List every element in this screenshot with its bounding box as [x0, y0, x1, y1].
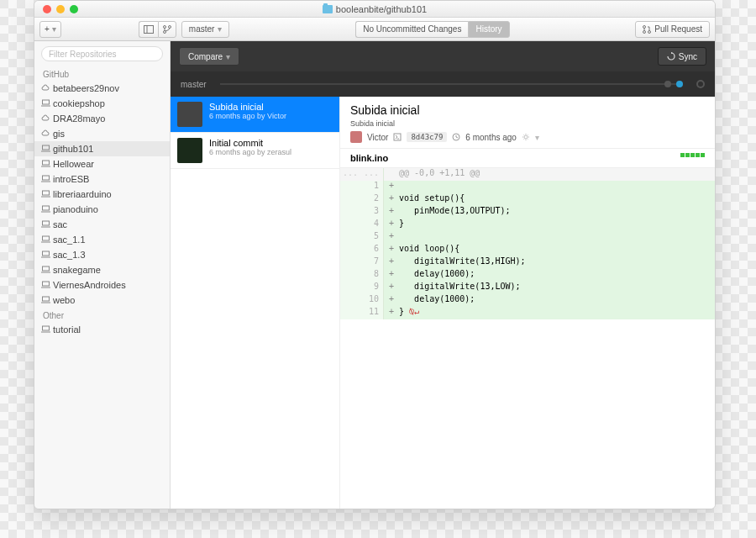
diff-stat-icon [680, 153, 705, 163]
sidebar-repo-item[interactable]: cookiepshop [34, 96, 170, 111]
window-title: booleanbite/github101 [336, 4, 427, 14]
laptop-icon [41, 160, 50, 168]
sidebar-repo-item[interactable]: Hellowear [34, 156, 170, 171]
diff-line: 5+ [340, 231, 715, 244]
sidebar-item-label: betabeers29nov [53, 83, 119, 93]
sidebar-repo-item[interactable]: github101 [34, 141, 170, 156]
compare-button[interactable]: Compare▾ [179, 47, 239, 66]
sidebar-item-label: ViernesAndroides [53, 280, 126, 290]
laptop-icon [41, 251, 50, 259]
svg-rect-0 [144, 25, 153, 33]
timeline-head-marker[interactable] [676, 81, 683, 87]
sidebar-item-label: introESB [53, 174, 89, 184]
laptop-icon [41, 235, 50, 244]
history-tab[interactable]: History [468, 21, 509, 38]
svg-rect-10 [43, 161, 50, 165]
diff-line: 3+ pinMode(13,OUTPUT); [340, 206, 715, 219]
diff-hunk-header: ...... @@ -0,0 +1,11 @@ [340, 168, 715, 181]
branch-icon [163, 25, 171, 34]
filter-repositories-input[interactable]: Filter Repositories [41, 46, 163, 61]
laptop-icon [41, 190, 50, 198]
commit-sha[interactable]: 8d43c79 [407, 132, 447, 142]
svg-rect-17 [43, 266, 50, 271]
toolbar: +▾ master▾ No Uncommitted Changes Histor… [34, 18, 715, 41]
cloud-icon [41, 129, 50, 138]
sync-button[interactable]: Sync [658, 47, 706, 66]
branch-toggle-button[interactable] [158, 21, 176, 38]
folder-icon [323, 5, 333, 13]
sidebar-repo-item[interactable]: sac_1.3 [34, 247, 170, 262]
diff-line: 2+ void setup(){ [340, 193, 715, 206]
diff-line: 9+ digitalWrite(13,LOW); [340, 282, 715, 294]
sidebar-repo-item[interactable]: libreriaarduino [34, 187, 170, 202]
sidebar-repo-item[interactable]: gis [34, 126, 170, 141]
sidebar-item-label: sac_1.3 [53, 250, 86, 260]
file-header[interactable]: blink.ino [340, 149, 715, 168]
app-window: booleanbite/github101 +▾ master▾ No Unco… [34, 0, 716, 509]
sidebar-item-label: webo [53, 295, 75, 305]
sidebar-repo-item[interactable]: sac_1.1 [34, 232, 170, 247]
laptop-icon [41, 266, 50, 274]
sidebar-item-label: libreriaarduino [53, 189, 112, 199]
laptop-icon [41, 175, 50, 183]
branch-timeline: master [171, 71, 715, 97]
timeline-track[interactable] [220, 83, 683, 85]
pull-request-button[interactable]: Pull Request [635, 21, 710, 38]
sidebar-repo-item[interactable]: snakegame [34, 262, 170, 277]
sidebar-item-label: Hellowear [53, 159, 94, 169]
window-controls [34, 5, 78, 13]
diff-line: 11+ } ⍉↵ [340, 307, 715, 319]
laptop-icon [41, 296, 50, 304]
svg-rect-12 [43, 191, 50, 195]
diff-line: 6+ void loop(){ [340, 244, 715, 256]
timeline-end-marker [696, 80, 705, 88]
compare-bar: Compare▾ Sync [171, 41, 715, 71]
sidebar-group-header: Other [34, 308, 170, 322]
sidebar-group-header: GitHub [34, 66, 170, 81]
sidebar-repo-item[interactable]: pianoduino [34, 202, 170, 217]
diff-line: 1+ [340, 181, 715, 193]
sidebar-repo-item[interactable]: introESB [34, 171, 170, 187]
svg-rect-14 [43, 221, 50, 225]
sidebar-item-label: tutorial [53, 324, 81, 335]
commit-item[interactable]: Subida inicial6 months ago by Victor [171, 97, 339, 133]
commit-detail: Subida inicial Subida inicial Victor 8d4… [340, 97, 715, 509]
commit-item-meta: 6 months ago by Victor [209, 112, 286, 120]
sidebar-item-label: sac [53, 219, 67, 229]
sidebar: Filter Repositories GitHubbetabeers29nov… [34, 41, 171, 509]
cloud-icon [41, 84, 50, 92]
commit-avatar [177, 138, 202, 163]
sidebar-repo-item[interactable]: tutorial [34, 322, 170, 337]
commit-time: 6 months ago [465, 133, 517, 142]
laptop-icon [41, 145, 50, 153]
sidebar-item-label: github101 [53, 144, 93, 154]
svg-rect-8 [43, 100, 50, 104]
sidebar-toggle-button[interactable] [139, 21, 158, 38]
minimize-icon[interactable] [56, 5, 65, 13]
clock-icon [452, 133, 460, 141]
sidebar-repo-item[interactable]: DRA28mayo [34, 111, 170, 126]
close-icon[interactable] [43, 5, 51, 13]
svg-rect-20 [43, 326, 50, 330]
sidebar-repo-item[interactable]: ViernesAndroides [34, 277, 170, 293]
titlebar: booleanbite/github101 [34, 1, 715, 18]
maximize-icon[interactable] [70, 5, 78, 13]
sidebar-repo-item[interactable]: sac [34, 217, 170, 232]
sidebar-item-label: gis [53, 129, 65, 139]
svg-rect-9 [43, 145, 50, 150]
diff-view: ...... @@ -0,0 +1,11 @@1+ 2+ void setup(… [340, 168, 715, 509]
add-button[interactable]: +▾ [39, 21, 61, 38]
changes-tab[interactable]: No Uncommitted Changes [355, 21, 468, 38]
pull-request-icon [643, 25, 651, 34]
sidebar-item-label: DRA28mayo [53, 113, 105, 124]
branch-selector[interactable]: master▾ [181, 21, 230, 38]
svg-rect-16 [43, 251, 50, 256]
commit-subtitle: Subida inicial [350, 119, 705, 128]
svg-rect-11 [43, 176, 50, 180]
sidebar-repo-item[interactable]: betabeers29nov [34, 81, 170, 96]
gear-icon[interactable] [522, 133, 530, 141]
sidebar-repo-item[interactable]: webo [34, 293, 170, 308]
commit-list: Subida inicial6 months ago by VictorInit… [171, 97, 340, 509]
diff-line: 10+ delay(1000); [340, 294, 715, 307]
commit-item[interactable]: Initial commit6 months ago by zerasul [171, 133, 339, 169]
